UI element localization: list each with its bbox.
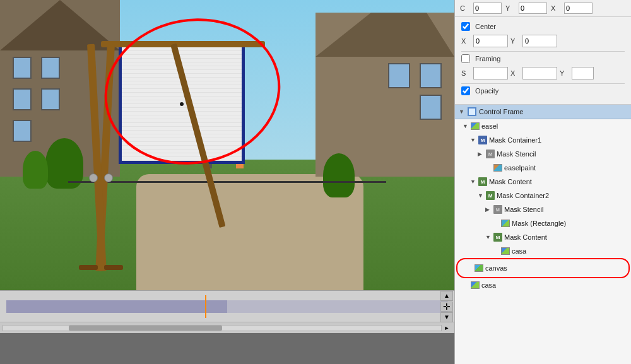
- horizontal-scrollbar[interactable]: ►: [0, 322, 454, 333]
- casa-hidden-label: casa: [512, 247, 631, 255]
- y-input-top[interactable]: [519, 3, 547, 14]
- mask-content2-expand[interactable]: ▼: [485, 234, 492, 240]
- opacity-row: Opacity: [461, 86, 625, 95]
- casa-hidden-icon: [500, 246, 510, 256]
- opacity-checkbox[interactable]: [461, 86, 470, 95]
- separator-1: [461, 51, 625, 52]
- c-input[interactable]: [473, 3, 502, 14]
- top-properties-row: C Y X: [455, 0, 631, 17]
- center-x-input[interactable]: [473, 35, 508, 47]
- mask-content1-icon: M: [478, 177, 488, 187]
- right-panel: C Y X Center X Y Framing: [454, 0, 631, 364]
- framing-sxy-row: S X Y: [461, 67, 625, 79]
- casa-icon: [470, 280, 480, 290]
- framing-checkbox[interactable]: [461, 54, 470, 63]
- framing-s-label: S: [461, 69, 471, 77]
- scene-image: [0, 0, 454, 290]
- timeline-playhead[interactable]: [205, 295, 206, 318]
- center-x-label: X: [461, 37, 471, 45]
- layer-item-mask-content-2[interactable]: ▼ M Mask Content: [455, 230, 631, 244]
- casa-label: casa: [481, 281, 631, 289]
- opacity-label: Opacity: [475, 87, 498, 95]
- canvas-viewport: ▲ ✛ ▼ ►: [0, 0, 454, 364]
- separator-2: [461, 83, 625, 84]
- x-input-top[interactable]: [564, 3, 593, 14]
- layer-item-canvas-wrapper[interactable]: ▶ canvas: [459, 259, 627, 277]
- layer-item-mask-stencil-2[interactable]: ▶ M Mask Stencil: [455, 203, 631, 216]
- center-y-label: Y: [510, 37, 520, 45]
- mask-rect-label: Mask (Rectangle): [512, 220, 631, 227]
- mask-container1-label: Mask Container1: [489, 136, 631, 144]
- center-y-input[interactable]: [522, 35, 557, 47]
- mask-content2-label: Mask Content: [504, 233, 631, 241]
- framing-s-input[interactable]: [473, 67, 508, 79]
- framing-label: Framing: [475, 55, 500, 62]
- mask-content2-icon: M: [493, 232, 503, 242]
- scene-background: [0, 0, 454, 290]
- mask-container1-expand[interactable]: ▼: [470, 137, 476, 143]
- mask-container1-icon: M: [478, 135, 488, 145]
- center-label: Center: [475, 23, 496, 30]
- scroll-down-button[interactable]: ✛: [440, 302, 453, 312]
- mask-container2-label: Mask Container2: [497, 192, 631, 199]
- easelpaint-icon: [493, 163, 503, 173]
- layer-item-mask-content-1[interactable]: ▼ M Mask Content: [455, 175, 631, 189]
- layer-item-mask-container2[interactable]: ▼ M Mask Container2: [455, 189, 631, 203]
- x-label-top: X: [551, 4, 560, 12]
- easelpaint-label: easelpaint: [504, 164, 631, 172]
- scroll-thumb[interactable]: [69, 326, 222, 331]
- layer-item-canvas[interactable]: ▶ canvas: [459, 261, 627, 275]
- canvas-center-dot: [180, 102, 184, 106]
- properties-section: Center X Y Framing S X Y: [455, 17, 631, 105]
- y-label-top: Y: [505, 4, 515, 12]
- easel-expand[interactable]: ▼: [463, 123, 469, 129]
- scroll-prev-button[interactable]: ▼: [440, 312, 453, 322]
- canvas-label: canvas: [485, 264, 627, 272]
- layer-item-easelpaint[interactable]: ▶ easelpaint: [455, 161, 631, 175]
- canvas-icon: [474, 263, 484, 273]
- mask-stencil1-label: Mask Stencil: [497, 150, 631, 158]
- framing-y-input[interactable]: [572, 67, 594, 79]
- center-checkbox[interactable]: [461, 22, 470, 31]
- timeline-filled: [6, 300, 227, 313]
- center-xy-row: X Y: [461, 35, 625, 47]
- layer-item-easel[interactable]: ▼ easel: [455, 119, 631, 133]
- mask-container2-expand[interactable]: ▼: [478, 192, 484, 199]
- control-frame-header[interactable]: ▼ Control Frame: [455, 105, 631, 119]
- mask-stencil2-expand[interactable]: ▶: [485, 206, 492, 213]
- mask-container2-icon: M: [485, 191, 495, 201]
- easel-icon: [470, 121, 480, 131]
- control-frame-label: Control Frame: [479, 108, 627, 115]
- layer-item-mask-container1[interactable]: ▼ M Mask Container1: [455, 133, 631, 147]
- mask-stencil2-label: Mask Stencil: [504, 206, 631, 213]
- timeline-area[interactable]: ▲ ✛ ▼: [0, 290, 454, 322]
- control-frame-expand[interactable]: ▼: [459, 109, 465, 115]
- framing-x-label: X: [510, 69, 520, 77]
- framing-row: Framing: [461, 54, 625, 63]
- framing-y-label: Y: [560, 69, 569, 77]
- mask-rect-icon: [500, 218, 510, 228]
- scroll-right-button[interactable]: ►: [442, 325, 452, 331]
- mask-content1-expand[interactable]: ▼: [470, 179, 476, 185]
- mask-stencil2-icon: M: [493, 204, 503, 214]
- mask-content1-label: Mask Content: [489, 178, 631, 185]
- timeline-track[interactable]: [6, 300, 448, 313]
- layer-item-casa-hidden[interactable]: ▶ casa: [455, 244, 631, 258]
- mask-stencil1-expand[interactable]: ▶: [478, 151, 484, 157]
- layer-item-mask-stencil-1[interactable]: ▶ M Mask Stencil: [455, 147, 631, 161]
- layer-item-mask-rectangle[interactable]: ▶ Mask (Rectangle): [455, 216, 631, 230]
- center-row: Center: [461, 22, 625, 31]
- layer-tree: ▼ Control Frame ▼ easel ▼ M Mask Contain…: [455, 105, 631, 364]
- control-frame-icon: [468, 107, 476, 116]
- scroll-up-button[interactable]: ▲: [440, 291, 453, 301]
- c-label: C: [460, 4, 469, 12]
- layer-item-casa[interactable]: ▶ casa: [455, 278, 631, 292]
- mask-stencil1-icon: M: [485, 149, 495, 159]
- framing-x-input[interactable]: [522, 67, 557, 79]
- easel-label: easel: [481, 122, 631, 130]
